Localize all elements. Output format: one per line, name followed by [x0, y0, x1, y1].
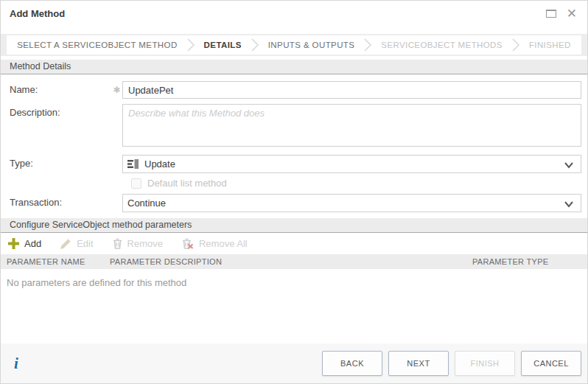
finish-button[interactable]: FINISH	[455, 351, 515, 376]
column-parameter-description[interactable]: PARAMETER DESCRIPTION	[110, 257, 472, 266]
add-method-dialog: Add Method ✕ SELECT A SERVICEOBJECT METH…	[0, 0, 588, 384]
trash-x-icon	[182, 238, 194, 249]
chevron-right-icon	[251, 38, 259, 52]
cancel-button[interactable]: CANCEL	[521, 351, 581, 376]
edit-parameter-button[interactable]: Edit	[60, 238, 93, 249]
step-finished[interactable]: FINISHED	[529, 41, 571, 49]
chevron-right-icon	[363, 38, 372, 52]
step-select-serviceobject-method[interactable]: SELECT A SERVICEOBJECT METHOD	[17, 41, 177, 49]
description-textarea[interactable]	[122, 104, 581, 147]
add-parameter-button[interactable]: Add	[8, 238, 41, 249]
required-star-icon: ✱	[111, 81, 122, 95]
back-button[interactable]: BACK	[322, 351, 382, 376]
dialog-footer: i BACK NEXT FINISH CANCEL	[1, 343, 587, 383]
pencil-icon	[60, 238, 71, 249]
transaction-select-value: Continue	[127, 198, 166, 209]
transaction-label: Transaction:	[10, 194, 111, 208]
type-select-value: Update	[144, 158, 175, 170]
update-method-type-icon	[127, 158, 139, 170]
chevron-right-icon	[511, 38, 520, 52]
params-table-header: PARAMETER NAME PARAMETER DESCRIPTION PAR…	[1, 254, 587, 269]
transaction-select[interactable]: Continue	[122, 194, 581, 212]
name-input[interactable]	[122, 81, 581, 99]
column-parameter-type[interactable]: PARAMETER TYPE	[472, 257, 587, 266]
method-details-section-header: Method Details	[1, 60, 587, 74]
step-inputs-outputs[interactable]: INPUTS & OUTPUTS	[268, 41, 355, 49]
dialog-title: Add Method	[10, 8, 546, 19]
remove-parameter-button[interactable]: Remove	[113, 238, 163, 249]
info-icon[interactable]: i	[14, 355, 18, 373]
chevron-down-icon	[564, 199, 574, 210]
no-parameters-message: No parameters are defined for this metho…	[7, 277, 587, 288]
maximize-icon[interactable]	[546, 10, 556, 18]
type-label: Type:	[10, 155, 111, 169]
chevron-right-icon	[186, 38, 195, 52]
default-list-method-label: Default list method	[147, 178, 227, 189]
step-serviceobject-methods[interactable]: SERVICEOBJECT METHODS	[381, 41, 503, 49]
remove-all-parameters-button[interactable]: Remove All	[182, 238, 248, 249]
configure-params-section-header: Configure ServiceObject method parameter…	[1, 218, 587, 233]
next-button[interactable]: NEXT	[388, 351, 449, 376]
chevron-down-icon	[564, 160, 574, 171]
plus-icon	[8, 238, 19, 249]
wizard-stepper-band: SELECT A SERVICEOBJECT METHOD DETAILS IN…	[1, 34, 587, 56]
default-list-method-checkbox[interactable]	[131, 178, 141, 189]
description-label: Description:	[10, 104, 111, 118]
step-details[interactable]: DETAILS	[204, 41, 242, 49]
name-label: Name:	[10, 81, 111, 95]
close-icon[interactable]: ✕	[567, 7, 577, 20]
dialog-titlebar: Add Method ✕	[1, 1, 587, 26]
type-select[interactable]: Update	[122, 155, 581, 173]
trash-icon	[113, 238, 122, 249]
column-parameter-name[interactable]: PARAMETER NAME	[1, 257, 110, 266]
params-toolbar: Add Edit Remove	[1, 233, 587, 254]
wizard-stepper: SELECT A SERVICEOBJECT METHOD DETAILS IN…	[7, 35, 581, 55]
